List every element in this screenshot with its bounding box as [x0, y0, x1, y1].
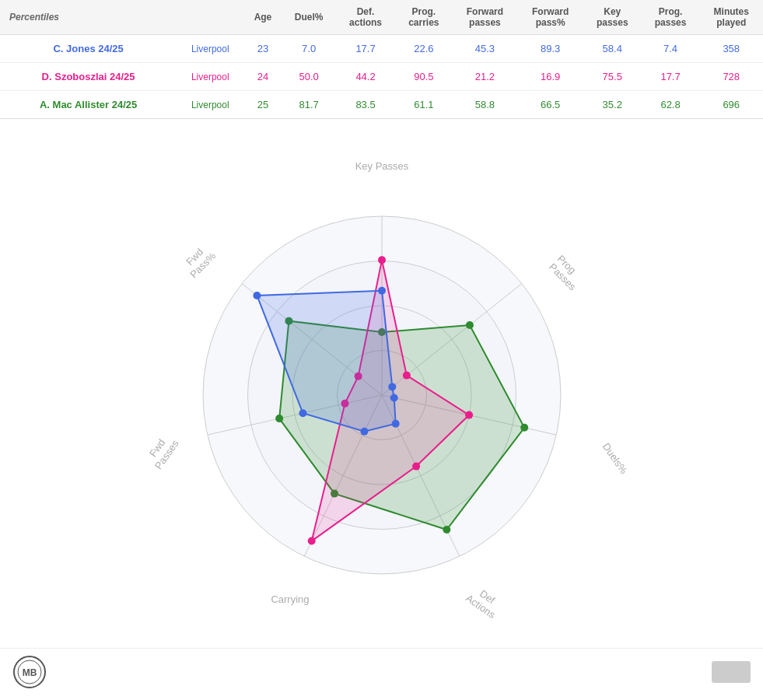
svg-text:Key Passes: Key Passes [355, 160, 408, 172]
svg-point-19 [465, 321, 473, 329]
age-cell: 25 [243, 91, 282, 119]
svg-text:MB: MB [23, 667, 37, 678]
def-cell: 83.5 [336, 91, 396, 119]
player-cell: D. Szoboszlai 24/25 [0, 63, 177, 91]
fwd-pass-pct-cell: 89.3 [518, 35, 583, 63]
col-header-prog-passes: Prog.passes [642, 0, 700, 35]
minutes-cell: 728 [699, 63, 763, 91]
col-header-team [177, 0, 243, 35]
table-row: C. Jones 24/25 Liverpool 23 7.0 17.7 22.… [0, 35, 763, 63]
radar-svg: Key PassesProgPassesDuels%DefActionsCarr… [110, 138, 654, 636]
col-header-age: Age [243, 0, 282, 35]
svg-point-35 [391, 420, 399, 428]
def-cell: 17.7 [336, 35, 396, 63]
svg-text:FwdPasses: FwdPasses [142, 431, 180, 472]
svg-point-37 [299, 409, 306, 417]
svg-point-21 [443, 526, 450, 534]
svg-point-36 [360, 428, 368, 436]
key-passes-cell: 35.2 [583, 91, 642, 119]
prog-passes-cell: 17.7 [642, 63, 700, 91]
svg-point-26 [402, 372, 410, 380]
duel-cell: 50.0 [282, 63, 336, 91]
svg-text:DefActions: DefActions [464, 583, 505, 621]
prog-carries-cell: 22.6 [395, 35, 452, 63]
fwd-passes-cell: 21.2 [452, 63, 517, 91]
svg-point-29 [307, 537, 315, 545]
footer: MB [0, 648, 763, 695]
team-cell: Liverpool [177, 35, 243, 63]
player-name: A. Mac Allister 24/25 [9, 99, 167, 110]
key-passes-cell: 75.5 [583, 63, 642, 91]
player-name: C. Jones 24/25 [9, 43, 167, 54]
svg-point-25 [378, 256, 386, 264]
data-table-section: Percentiles Age Duel% Def.actions Prog.c… [0, 0, 763, 119]
stats-table: Percentiles Age Duel% Def.actions Prog.c… [0, 0, 763, 118]
key-passes-cell: 58.4 [583, 35, 642, 63]
prog-carries-cell: 61.1 [395, 91, 452, 119]
svg-point-27 [465, 411, 473, 419]
col-header-prog-carries: Prog.carries [395, 0, 452, 35]
col-header-percentiles: Percentiles [0, 0, 177, 35]
age-cell: 24 [243, 63, 282, 91]
svg-text:ProgPasses: ProgPasses [546, 253, 586, 293]
table-row: D. Szoboszlai 24/25 Liverpool 24 50.0 44… [0, 63, 763, 91]
col-header-fwd-pass-pct: Forwardpass% [518, 0, 583, 35]
fwd-pass-pct-cell: 16.9 [518, 63, 583, 91]
svg-point-38 [253, 292, 261, 299]
player-cell: A. Mac Allister 24/25 [0, 91, 177, 119]
svg-point-28 [412, 463, 420, 471]
def-cell: 44.2 [336, 63, 396, 91]
svg-point-34 [390, 394, 397, 402]
fwd-passes-cell: 58.8 [452, 91, 517, 119]
svg-point-32 [378, 287, 386, 295]
fwd-pass-pct-cell: 66.5 [518, 91, 583, 119]
duel-cell: 81.7 [282, 91, 336, 119]
col-header-minutes: Minutesplayed [699, 0, 763, 35]
svg-text:Carrying: Carrying [271, 593, 309, 605]
svg-point-33 [388, 383, 396, 390]
svg-text:FwdPass%: FwdPass% [179, 241, 218, 280]
svg-point-23 [275, 415, 283, 422]
col-header-def: Def.actions [336, 0, 396, 35]
prog-passes-cell: 62.8 [642, 91, 700, 119]
prog-passes-cell: 7.4 [642, 35, 700, 63]
svg-text:Duels%: Duels% [600, 441, 629, 477]
radar-chart-container: Key PassesProgPassesDuels%DefActionsCarr… [110, 138, 654, 636]
svg-point-20 [520, 424, 528, 432]
team-cell: Liverpool [177, 91, 243, 119]
footer-button[interactable] [712, 661, 751, 683]
col-header-fwd-passes: Forwardpasses [452, 0, 517, 35]
prog-carries-cell: 90.5 [395, 63, 452, 91]
radar-chart-section: Key PassesProgPassesDuels%DefActionsCarr… [0, 119, 763, 648]
player-cell: C. Jones 24/25 [0, 35, 177, 63]
mb-logo: MB [12, 655, 47, 689]
table-row: A. Mac Allister 24/25 Liverpool 25 81.7 … [0, 91, 763, 119]
player-name: D. Szoboszlai 24/25 [9, 71, 167, 82]
minutes-cell: 358 [699, 35, 763, 63]
minutes-cell: 696 [699, 91, 763, 119]
age-cell: 23 [243, 35, 282, 63]
duel-cell: 7.0 [282, 35, 336, 63]
fwd-passes-cell: 45.3 [452, 35, 517, 63]
col-header-key-passes: Keypasses [583, 0, 642, 35]
col-header-duel: Duel% [282, 0, 336, 35]
team-cell: Liverpool [177, 63, 243, 91]
